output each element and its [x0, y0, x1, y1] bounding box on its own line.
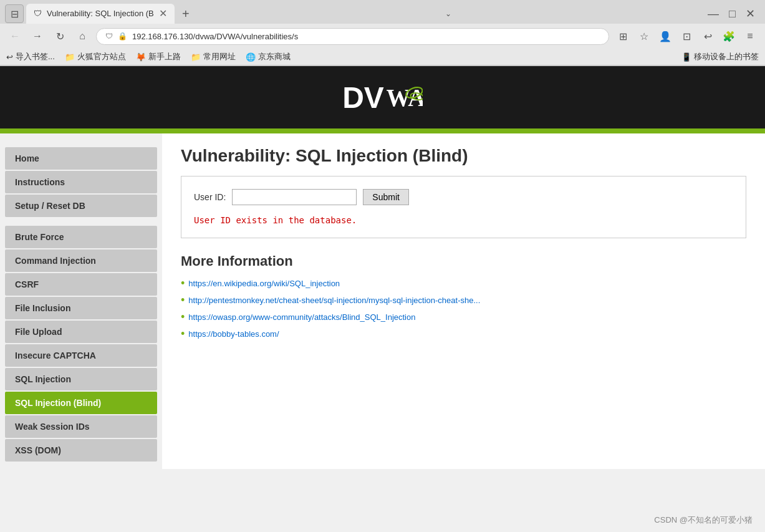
- sidebar-item-file-inclusion[interactable]: File Inclusion: [5, 297, 157, 319]
- new-tab-btn[interactable]: +: [177, 5, 195, 22]
- firefox-label: 火狐官方站点: [77, 51, 126, 62]
- link-wikipedia[interactable]: https://en.wikipedia.org/wiki/SQL_inject…: [188, 279, 340, 288]
- sidebar-item-weak-session[interactable]: Weak Session IDs: [5, 415, 157, 438]
- security-icon: 🛡: [105, 32, 113, 41]
- bookmark-firefox[interactable]: 📁 火狐官方站点: [65, 51, 126, 62]
- import-label: 导入书签...: [16, 51, 55, 62]
- sidebar-item-sql-injection[interactable]: SQL Injection: [5, 368, 157, 390]
- sidebar-item-instructions[interactable]: Instructions: [5, 171, 157, 193]
- sidebar-item-home[interactable]: Home: [5, 147, 157, 170]
- tab-bar: ⊟ 🛡 Vulnerability: SQL Injection (B ✕ + …: [0, 0, 765, 24]
- dvwa-logo-text: DV: [342, 80, 384, 115]
- sidebar-item-command-injection[interactable]: Command Injection: [5, 249, 157, 272]
- green-bar: [0, 128, 765, 133]
- tab-dropdown-btn[interactable]: ⌄: [445, 9, 451, 18]
- active-tab[interactable]: 🛡 Vulnerability: SQL Injection (B ✕: [26, 4, 175, 24]
- window-controls: — □ ✕: [703, 7, 760, 21]
- common-label: 常用网址: [203, 51, 236, 62]
- home-btn[interactable]: ⌂: [74, 27, 91, 45]
- page-title: Vulnerability: SQL Injection (Blind): [181, 146, 746, 166]
- more-info-title: More Information: [181, 253, 746, 269]
- screenshot-icon[interactable]: ⊡: [678, 27, 695, 45]
- db-message: User ID exists in the database.: [194, 215, 733, 225]
- folder-icon-2: 📁: [191, 52, 201, 62]
- bookmark-newbie[interactable]: 🦊 新手上路: [136, 51, 181, 62]
- sidebar-item-csrf[interactable]: CSRF: [5, 273, 157, 296]
- address-text: 192.168.176.130/dvwa/DVWA/vulnerabilitie…: [132, 32, 298, 41]
- mobile-label: 移动设备上的书签: [694, 51, 759, 62]
- jd-label: 京东商城: [258, 51, 291, 62]
- info-links: https://en.wikipedia.org/wiki/SQL_inject…: [181, 277, 746, 341]
- close-tab-btn[interactable]: ✕: [159, 7, 167, 19]
- link-pentestmonkey[interactable]: http://pentestmonkey.net/cheat-sheet/sql…: [188, 296, 480, 305]
- star-icon[interactable]: ☆: [635, 27, 653, 45]
- link-owasp[interactable]: https://owasp.org/www-community/attacks/…: [188, 312, 415, 322]
- list-item: https://owasp.org/www-community/attacks/…: [181, 311, 746, 324]
- bookmarks-bar: ↩ 导入书签... 📁 火狐官方站点 🦊 新手上路 📁 常用网址 🌐 京东商城 …: [0, 49, 765, 65]
- browser-chrome: ⊟ 🛡 Vulnerability: SQL Injection (B ✕ + …: [0, 0, 765, 66]
- firefox-icon: 🦊: [136, 52, 146, 62]
- submit-btn[interactable]: Submit: [363, 189, 409, 205]
- lock-icon: 🔒: [118, 32, 127, 41]
- main-content: Vulnerability: SQL Injection (Blind) Use…: [162, 133, 765, 469]
- sidebar-item-xss-dom[interactable]: XSS (DOM): [5, 439, 157, 462]
- back-btn[interactable]: ←: [6, 27, 24, 45]
- list-item: http://pentestmonkey.net/cheat-sheet/sql…: [181, 294, 746, 307]
- sidebar-item-sql-injection-blind[interactable]: SQL Injection (Blind): [5, 392, 157, 414]
- mobile-icon: 📱: [681, 52, 691, 62]
- bookmark-jd[interactable]: 🌐 京东商城: [246, 51, 291, 62]
- extensions-icon[interactable]: 🧩: [720, 27, 738, 45]
- vuln-box: User ID: Submit User ID exists in the da…: [181, 176, 746, 238]
- bookmark-import[interactable]: ↩ 导入书签...: [6, 51, 55, 62]
- account-icon[interactable]: 👤: [657, 27, 674, 45]
- minimize-btn[interactable]: —: [703, 7, 724, 21]
- page-content: Home Instructions Setup / Reset DB Brute…: [0, 133, 765, 469]
- link-bobby-tables[interactable]: https://bobby-tables.com/: [188, 329, 279, 339]
- sidebar-item-setup[interactable]: Setup / Reset DB: [5, 195, 157, 217]
- sidebar-item-brute-force[interactable]: Brute Force: [5, 226, 157, 248]
- tab-favicon: 🛡: [34, 9, 42, 18]
- newbie-label: 新手上路: [148, 51, 181, 62]
- tab-title: Vulnerability: SQL Injection (B: [47, 9, 154, 18]
- dvwa-swirl-icon: WA: [385, 82, 423, 113]
- sidebar-item-insecure-captcha[interactable]: Insecure CAPTCHA: [5, 344, 157, 367]
- reload-btn[interactable]: ↻: [51, 27, 69, 45]
- close-btn[interactable]: ✕: [741, 7, 760, 21]
- undo-icon[interactable]: ↩: [699, 27, 716, 45]
- user-id-input[interactable]: [232, 189, 357, 205]
- sidebar-item-file-upload[interactable]: File Upload: [5, 321, 157, 343]
- globe-icon: 🌐: [246, 52, 256, 62]
- bookmarks-icon[interactable]: ⊞: [614, 27, 632, 45]
- sidebar-toggle-btn[interactable]: ⊟: [5, 4, 24, 23]
- dvwa-logo: DV WA: [342, 80, 423, 115]
- maximize-btn[interactable]: □: [724, 7, 741, 21]
- dvwa-header: DV WA: [0, 66, 765, 128]
- address-input[interactable]: 🛡 🔒 192.168.176.130/dvwa/DVWA/vulnerabil…: [96, 28, 609, 45]
- menu-icon[interactable]: ≡: [741, 27, 759, 45]
- folder-icon-1: 📁: [65, 52, 75, 62]
- bookmark-common[interactable]: 📁 常用网址: [191, 51, 236, 62]
- address-bar: ← → ↻ ⌂ 🛡 🔒 192.168.176.130/dvwa/DVWA/vu…: [0, 24, 765, 49]
- form-row: User ID: Submit: [194, 189, 733, 205]
- bookmark-mobile[interactable]: 📱 移动设备上的书签: [681, 51, 759, 62]
- import-icon: ↩: [6, 52, 13, 62]
- list-item: https://bobby-tables.com/: [181, 327, 746, 341]
- sidebar: Home Instructions Setup / Reset DB Brute…: [0, 133, 162, 469]
- user-id-label: User ID:: [194, 192, 226, 202]
- forward-btn[interactable]: →: [29, 27, 46, 45]
- list-item: https://en.wikipedia.org/wiki/SQL_inject…: [181, 277, 746, 290]
- toolbar-icons: ⊞ ☆ 👤 ⊡ ↩ 🧩 ≡: [614, 27, 759, 45]
- page-wrapper: DV WA Home Instructions Setup / Reset DB…: [0, 66, 765, 469]
